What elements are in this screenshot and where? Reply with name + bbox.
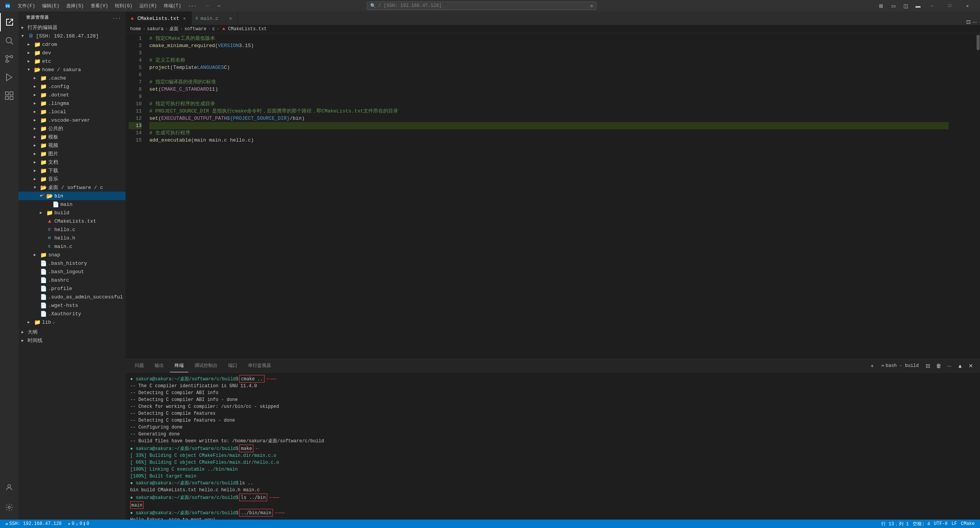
menu-terminal[interactable]: 终端(T) [161,2,185,10]
breadcrumb-file[interactable]: CMakeLists.txt [228,26,267,32]
close-panel-button[interactable]: ✕ [966,361,975,370]
menu-view[interactable]: 查看(V) [88,2,111,10]
sidebar-item-public[interactable]: ▶ 📁 公共的 [18,124,126,133]
sidebar-item-local[interactable]: ▶ 📁 .local [18,108,126,116]
status-language[interactable]: CMake [959,521,976,526]
sidebar-item-pictures[interactable]: ▶ 📁 图片 [18,150,126,158]
sidebar-item-dotnet[interactable]: ▶ 📁 .dotnet [18,91,126,99]
menu-edit[interactable]: 编辑(E) [39,2,63,10]
sidebar-item-videos[interactable]: ▶ 📁 视频 [18,141,126,150]
status-encoding[interactable]: UTF-8 [933,521,949,526]
menu-more[interactable]: ... [185,2,199,10]
menu-select[interactable]: 选择(S) [63,2,87,10]
tab-output[interactable]: 输出 [150,359,168,372]
maximize-panel-button[interactable]: ▲ [956,361,965,370]
sidebar-item-vscode[interactable]: ▶ 📁 .vscode-server [18,116,126,124]
status-remote[interactable]: ⇌ SSH: 192.168.47.128 [4,520,63,528]
sidebar-item-cmakelists[interactable]: ▶ 🔺 CMakeLists.txt [18,217,126,225]
tab-close-cmake[interactable]: ✕ [181,15,188,21]
sidebar-item-bash-history[interactable]: ▶ 📄 .bash_history [18,259,126,267]
tab-debug-console[interactable]: 调试控制台 [190,359,222,372]
activity-account[interactable] [0,478,18,497]
split-editor-button[interactable]: ⊡ [966,19,971,25]
back-button[interactable]: ← [203,1,212,10]
panel-button[interactable]: ▭ [888,2,899,10]
sidebar-item-wget-hsts[interactable]: ▶ 📄 .wget-hsts [18,301,126,310]
tab-problems[interactable]: 问题 [130,359,149,372]
sidebar-section-outline[interactable]: ▶ 大纲 [18,328,126,336]
menu-run[interactable]: 运行(R) [136,2,160,10]
sidebar-content[interactable]: ▶ 打开的编辑器 ▼ 🖥 [SSH: 192.168.47.128] ▶ 📁 c… [18,23,126,520]
sidebar-item-lingma[interactable]: ▶ 📁 .lingma [18,99,126,108]
forward-button[interactable]: → [214,1,223,10]
sidebar-item-lib[interactable]: ▶ 📁 lib ↙ [18,318,126,326]
sidebar-item-dev[interactable]: ▶ 📁 dev [18,49,126,57]
sidebar-item-profile[interactable]: ▶ 📄 .profile [18,284,126,293]
sidebar-item-main-c[interactable]: ▶ C main.c [18,242,126,251]
sidebar-item-sudo-admin[interactable]: ▶ 📄 .sudo_as_admin_successful [18,293,126,301]
layout-button[interactable]: ⊞ [876,2,887,10]
editor-vscroll[interactable] [976,33,980,359]
breadcrumb-sakura[interactable]: sakura [147,26,163,32]
sidebar-item-hello-h[interactable]: ▶ H hello.h [18,234,126,242]
sidebar-more[interactable]: ... [112,15,121,20]
sidebar-item-hello-c[interactable]: ▶ C hello.c [18,225,126,234]
win-minimize[interactable]: – [923,0,941,11]
breadcrumb-home[interactable]: home [130,26,141,32]
breadcrumb-software[interactable]: software [185,26,207,32]
sidebar-item-templates[interactable]: ▶ 📁 模板 [18,133,126,141]
tab-ports[interactable]: 端口 [224,359,242,372]
tab-terminal[interactable]: 终端 [170,359,188,372]
status-errors[interactable]: ✕ 0 ⚠ 0 ℹ 0 [66,520,91,528]
activity-debug[interactable] [0,68,18,86]
sidebar-item-music[interactable]: ▶ 📁 音乐 [18,175,126,183]
kill-terminal-button[interactable]: 🗑 [934,361,943,370]
breadcrumb-c[interactable]: c [212,26,215,32]
win-maximize[interactable]: □ [941,0,959,11]
code-content[interactable]: # 指定CMake工具的最低版本 cmake_minimum_required(… [145,33,953,359]
sidebar-item-snap[interactable]: ▶ 📁 snap [18,251,126,259]
terminal-content[interactable]: ● sakura@sakura:~/桌面/software/c/build$ c… [126,373,980,520]
breadcrumb-desktop[interactable]: 桌面 [169,26,178,32]
sidebar-root[interactable]: ▼ 🖥 [SSH: 192.168.47.128] [18,32,126,40]
split-terminal-button[interactable]: ⊟ [923,361,933,370]
more-terminal-button[interactable]: ··· [945,361,954,370]
activity-search[interactable] [0,31,18,50]
sidebar-item-cache[interactable]: ▶ 📁 .cache [18,74,126,82]
sidebar-item-config[interactable]: ▶ 📁 .config [18,82,126,91]
editor-content[interactable]: 1 2 3 4 5 6 7 8 9 10 11 12 13 14 15 [126,33,980,359]
menu-file[interactable]: 文件(F) [15,2,38,10]
sidebar-item-desktop[interactable]: ▼ 📂 桌面 / software / c ↙ [18,183,126,192]
more-actions-button[interactable]: ··· [972,19,977,25]
sidebar-item-downloads[interactable]: ▶ 📁 下载 [18,166,126,175]
terminal-toggle[interactable]: ▬ [913,2,923,10]
search-bar[interactable]: 🔍 / [SSH: 192.168.47.128] ⊞ [367,2,596,10]
win-close[interactable]: ✕ [959,0,976,11]
sidebar-item-bin[interactable]: ▼ 📂 bin [18,192,126,200]
status-line-ending[interactable]: LF [950,521,959,526]
tab-serial-monitor[interactable]: 串行监视器 [243,359,276,372]
tab-close-main-c[interactable]: ✕ [227,15,234,21]
sidebar-item-bash-logout[interactable]: ▶ 📄 .bash_logout [18,267,126,276]
sidebar-item-bashrc[interactable]: ▶ 📄 .bashrc [18,276,126,284]
sidebar-item-main-file[interactable]: ▶ 📄 main [18,200,126,209]
sidebar-section-timeline[interactable]: ▶ 时间线 [18,336,126,345]
sidebar-item-xauthority[interactable]: ▶ 📄 .Xauthority [18,310,126,318]
sidebar-item-build[interactable]: ▶ 📁 build [18,209,126,217]
open-editors-section[interactable]: ▶ 打开的编辑器 [18,23,126,32]
activity-git[interactable] [0,50,18,68]
activity-settings[interactable] [0,498,18,517]
new-terminal-button[interactable]: + [867,361,877,370]
vscroll-thumb[interactable] [977,35,980,50]
status-position[interactable]: 行 13，列 1 [880,521,910,527]
activity-explorer[interactable] [0,13,18,31]
sidebar-toggle[interactable]: ◫ [900,2,911,10]
sidebar-item-cdrom[interactable]: ▶ 📁 cdrom [18,40,126,49]
status-spaces[interactable]: 空格: 4 [911,521,932,527]
tab-cmakelists[interactable]: 🔺 CMakeLists.txt ✕ [126,11,192,25]
sidebar-item-home[interactable]: ▼ 📂 home / sakura [18,65,126,74]
activity-extensions[interactable] [0,86,18,105]
tab-main-c[interactable]: C main.c ✕ [192,11,238,25]
sidebar-item-etc[interactable]: ▶ 📁 etc [18,57,126,65]
menu-goto[interactable]: 转到(G) [112,2,136,10]
